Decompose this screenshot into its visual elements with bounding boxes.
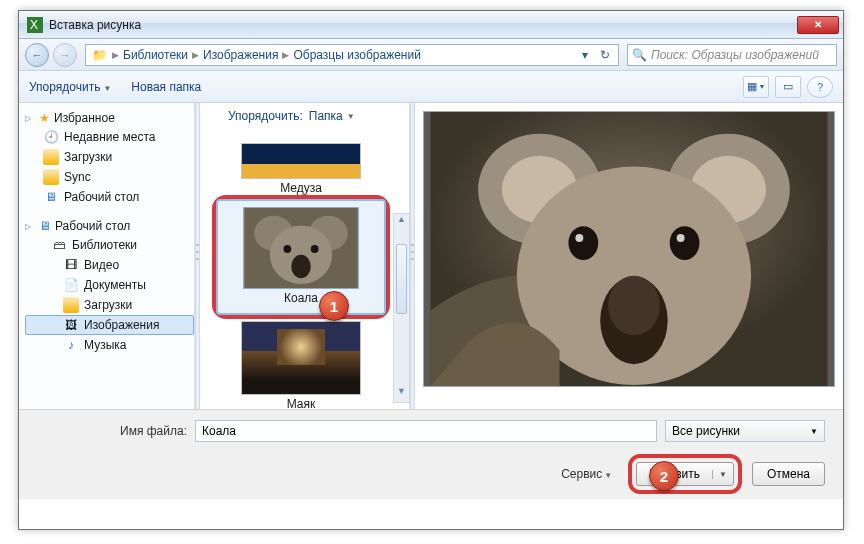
folder-icon: [43, 149, 59, 165]
folder-icon: 📁: [90, 48, 108, 62]
tree-item-video[interactable]: 🎞Видео: [25, 255, 194, 275]
tree-item-documents[interactable]: 📄Документы: [25, 275, 194, 295]
desktop-icon: 🖥: [43, 189, 59, 205]
folder-icon: [63, 297, 79, 313]
search-input[interactable]: 🔍 Поиск: Образцы изображений: [627, 44, 837, 66]
image-icon: 🖼: [63, 317, 79, 333]
insert-highlight: Вставить ▼: [628, 454, 742, 494]
svg-point-20: [677, 234, 685, 242]
svg-point-18: [670, 226, 700, 260]
svg-point-8: [311, 245, 319, 253]
excel-app-icon: X: [27, 17, 43, 33]
file-thumb-medusa[interactable]: Медуза: [216, 143, 386, 195]
tree-item-images[interactable]: 🖼Изображения: [25, 315, 194, 335]
chevron-right-icon: ▶: [112, 50, 119, 60]
annotation-badge-1: 1: [319, 291, 349, 321]
preview-toggle-button[interactable]: ▭: [775, 76, 801, 98]
folder-icon: [43, 169, 59, 185]
breadcrumb[interactable]: Библиотеки: [123, 48, 188, 62]
scroll-up-icon[interactable]: ▲: [394, 214, 409, 230]
filename-input[interactable]: Коала: [195, 420, 657, 442]
svg-text:X: X: [30, 18, 38, 32]
tree-item-desktop[interactable]: 🖥Рабочий стол: [25, 187, 194, 207]
help-button[interactable]: ?: [807, 76, 833, 98]
tree-item-sync[interactable]: Sync: [25, 167, 194, 187]
svg-point-19: [575, 234, 583, 242]
breadcrumb[interactable]: Образцы изображений: [293, 48, 420, 62]
video-icon: 🎞: [63, 257, 79, 273]
search-placeholder: Поиск: Образцы изображений: [651, 48, 819, 62]
close-button[interactable]: ✕: [797, 16, 839, 34]
tree-favorites[interactable]: ★Избранное: [25, 109, 194, 127]
chevron-down-icon: ▼: [604, 471, 612, 480]
window-title: Вставка рисунка: [49, 18, 797, 32]
music-icon: ♪: [63, 337, 79, 353]
scroll-down-icon[interactable]: ▼: [394, 386, 409, 402]
new-folder-button[interactable]: Новая папка: [131, 80, 201, 94]
chevron-down-icon: ▼: [810, 427, 818, 436]
svg-point-17: [568, 226, 598, 260]
nav-tree: ★Избранное 🕘Недавние места Загрузки Sync…: [19, 103, 195, 409]
search-icon: 🔍: [632, 48, 647, 62]
tree-item-recent[interactable]: 🕘Недавние места: [25, 127, 194, 147]
chevron-down-icon[interactable]: ▾: [576, 48, 594, 62]
koala-thumbnail-image: [244, 208, 358, 288]
tree-item-downloads2[interactable]: Загрузки: [25, 295, 194, 315]
view-dropdown[interactable]: Папка▼: [309, 109, 355, 123]
tree-desktop-group[interactable]: 🖥Рабочий стол: [25, 217, 194, 235]
splitter[interactable]: [410, 103, 415, 409]
tree-item-music[interactable]: ♪Музыка: [25, 335, 194, 355]
svg-point-7: [283, 245, 291, 253]
recent-icon: 🕘: [43, 129, 59, 145]
nav-back-button[interactable]: ←: [25, 43, 49, 67]
filename-label: Имя файла:: [37, 424, 187, 438]
service-menu[interactable]: Сервис▼: [561, 467, 612, 481]
tree-libraries[interactable]: 🗃Библиотеки: [25, 235, 194, 255]
scroll-thumb[interactable]: [396, 244, 407, 314]
file-thumb-mayak[interactable]: Маяк: [216, 321, 386, 411]
tree-item-downloads[interactable]: Загрузки: [25, 147, 194, 167]
annotation-badge-2: 2: [649, 461, 679, 491]
nav-forward-button[interactable]: →: [53, 43, 77, 67]
library-icon: 🗃: [51, 237, 67, 253]
star-icon: ★: [39, 111, 50, 125]
svg-point-16: [608, 276, 660, 336]
filetype-dropdown[interactable]: Все рисунки▼: [665, 420, 825, 442]
file-thumb-koala[interactable]: [243, 207, 359, 289]
insert-dropdown-arrow[interactable]: ▼: [712, 470, 733, 479]
chevron-right-icon: ▶: [192, 50, 199, 60]
file-list: Упорядочить: Папка▼ Медуза: [200, 103, 410, 409]
file-caption: Коала: [228, 291, 374, 305]
chevron-down-icon: ▼: [103, 84, 111, 93]
breadcrumb[interactable]: Изображения: [203, 48, 278, 62]
scrollbar[interactable]: ▲ ▼: [393, 213, 410, 403]
view-menu-button[interactable]: ▦▼: [743, 76, 769, 98]
organize-label: Упорядочить:: [228, 109, 303, 123]
desktop-icon: 🖥: [39, 219, 51, 233]
cancel-button[interactable]: Отмена: [752, 462, 825, 486]
document-icon: 📄: [63, 277, 79, 293]
svg-point-6: [291, 255, 311, 278]
chevron-right-icon: ▶: [282, 50, 289, 60]
organize-menu[interactable]: Упорядочить▼: [29, 80, 111, 94]
address-bar[interactable]: 📁 ▶ Библиотеки ▶ Изображения ▶ Образцы и…: [85, 44, 619, 66]
refresh-icon[interactable]: ↻: [596, 48, 614, 62]
preview-pane: [415, 103, 843, 409]
selection-highlight: Коала: [212, 195, 390, 319]
preview-image: [423, 111, 835, 387]
